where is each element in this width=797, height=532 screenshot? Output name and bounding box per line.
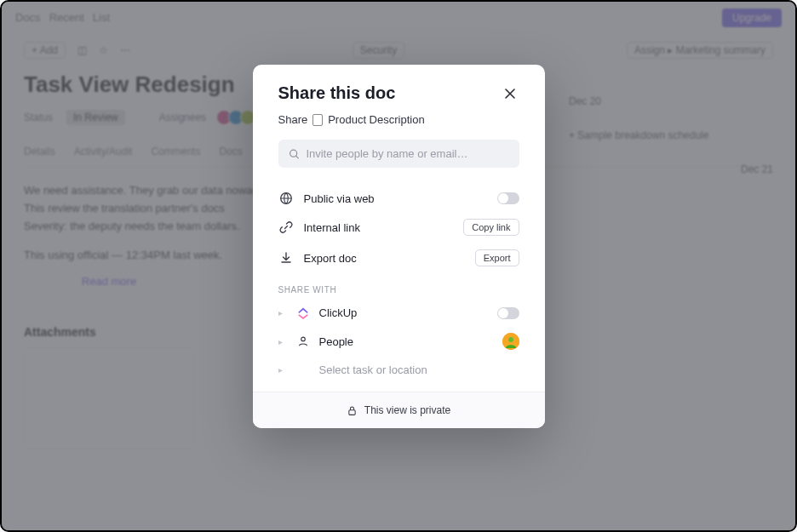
footer-text: This view is private bbox=[364, 404, 450, 416]
invite-input[interactable] bbox=[306, 147, 508, 160]
search-icon bbox=[289, 148, 300, 160]
share-modal: Share this doc Share Product Description bbox=[253, 65, 545, 428]
doc-icon bbox=[312, 114, 323, 126]
svg-point-4 bbox=[508, 337, 513, 342]
option-public: Public via web bbox=[278, 185, 519, 212]
share-target-people[interactable]: ▸ People bbox=[278, 326, 519, 357]
svg-point-2 bbox=[301, 337, 305, 341]
globe-icon bbox=[278, 192, 294, 205]
share-target-clickup[interactable]: ▸ ClickUp bbox=[278, 300, 519, 326]
share-with-label: SHARE WITH bbox=[278, 285, 519, 295]
copy-link-button[interactable]: Copy link bbox=[463, 219, 519, 236]
option-internal: Internal link Copy link bbox=[278, 212, 519, 243]
modal-footer: This view is private bbox=[253, 392, 545, 428]
svg-rect-5 bbox=[349, 409, 355, 415]
caret-right-icon: ▸ bbox=[278, 337, 287, 346]
caret-right-icon: ▸ bbox=[278, 365, 287, 375]
person-icon bbox=[295, 335, 311, 347]
public-toggle[interactable] bbox=[497, 192, 519, 204]
share-target-label: ClickUp bbox=[319, 306, 489, 319]
share-target-label: Select task or location bbox=[319, 363, 519, 376]
share-target-label: People bbox=[319, 335, 494, 348]
clickup-toggle[interactable] bbox=[497, 307, 519, 319]
share-target-select[interactable]: ▸ Select task or location bbox=[278, 357, 519, 383]
option-label: Internal link bbox=[304, 221, 454, 234]
avatar bbox=[502, 333, 519, 350]
clickup-icon bbox=[295, 307, 311, 319]
modal-subtitle: Share Product Description bbox=[278, 113, 519, 126]
modal-overlay[interactable]: Share this doc Share Product Description bbox=[2, 2, 795, 530]
modal-title: Share this doc bbox=[278, 83, 396, 103]
link-icon bbox=[278, 220, 294, 234]
option-label: Public via web bbox=[304, 192, 487, 205]
close-icon bbox=[504, 88, 516, 100]
caret-right-icon: ▸ bbox=[278, 308, 287, 317]
invite-search[interactable] bbox=[278, 140, 519, 168]
close-button[interactable] bbox=[501, 84, 519, 103]
lock-icon bbox=[347, 405, 358, 416]
download-icon bbox=[278, 251, 294, 265]
option-export: Export doc Export bbox=[278, 243, 519, 273]
option-label: Export doc bbox=[304, 252, 465, 265]
export-button[interactable]: Export bbox=[475, 249, 519, 266]
